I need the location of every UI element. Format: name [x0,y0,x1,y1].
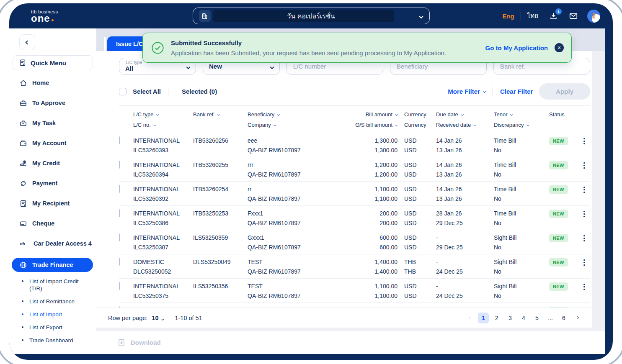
sort-chevron-icon[interactable] [277,113,280,116]
sidebar-collapse-button[interactable] [19,34,35,50]
sidebar: Quick Menu Home To Approve My Task My Ac… [9,28,96,354]
download-file-icon [117,338,126,347]
download-button[interactable]: Download [117,338,161,347]
actions-row: Select All Selected (0) More Filter Clea… [96,81,592,105]
column-header-due-date[interactable]: Due dateReceived date [436,111,494,128]
row-checkbox[interactable] [119,185,120,193]
page-button-6[interactable]: 6 [558,313,569,323]
download-badge: 1 [555,8,562,15]
sort-chevron-icon[interactable] [217,113,220,116]
payment-transfer-icon [19,179,27,187]
download-label: Download [131,339,161,346]
sort-chevron-icon[interactable] [395,123,398,126]
sidebar-subitem-list-of-export[interactable]: List of Export [9,324,90,331]
column-header-l-c-type[interactable]: L/C typeL/C no. [133,111,193,128]
column-header-beneficiary[interactable]: BeneficiaryCompany [248,111,353,128]
divider [493,87,493,96]
sort-chevron-icon[interactable] [510,113,513,116]
sidebar-item-payment[interactable]: Payment [9,177,96,189]
table-body: INTERNATIONALILC53260393 ITB53260256 eee… [119,133,590,308]
sidebar-item-trade-finance[interactable]: Trade Finance [12,258,93,272]
row-menu-button[interactable] [579,259,589,266]
row-checkbox[interactable] [119,233,120,241]
table-row: INTERNATIONALILC53250375 ILS53250356 TES… [119,279,590,303]
sort-chevron-icon[interactable] [526,123,529,126]
row-checkbox[interactable] [119,161,120,169]
inbox-mail-button[interactable] [569,11,578,21]
download-bar: Download [96,331,605,354]
ttb-logo-icon: ttb [19,240,28,248]
row-menu-button[interactable] [579,211,589,218]
sidebar-subitem-list-of-import-credit-t-r-[interactable]: List of Import Credit (T/R) [9,278,90,292]
chevron-left-icon [25,40,29,44]
sort-chevron-icon[interactable] [153,123,156,126]
language-eng-button[interactable]: Eng [502,13,514,20]
sort-chevron-icon[interactable] [395,113,398,116]
row-checkbox[interactable] [119,282,120,290]
row-checkbox[interactable] [119,209,120,217]
sidebar-item-my-task[interactable]: My Task [9,117,96,129]
app-body: Quick Menu Home To Approve My Task My Ac… [9,28,605,354]
sidebar-item-to-approve[interactable]: To Approve [9,97,96,109]
language-thai-button[interactable]: ไทย [527,11,538,21]
row-menu-button[interactable] [579,162,589,169]
sort-chevron-icon[interactable] [156,113,159,116]
sort-chevron-icon[interactable] [461,113,464,116]
rows-per-page-label: Row per page: [108,315,147,321]
table-row: INTERNATIONALILC53260393 ITB53260256 eee… [119,133,590,157]
table-row: INTERNATIONALILC53260394 ITB53260255 rrr… [119,157,590,182]
row-checkbox[interactable] [119,258,120,266]
row-checkbox[interactable] [119,136,120,144]
status-badge: NEW [549,282,568,291]
column-header-tenor[interactable]: TenorDiscrepancy [494,111,549,128]
credit-coin-icon [19,159,27,167]
toast-close-button[interactable]: ✕ [555,43,564,52]
sidebar-subitem-list-of-remittance[interactable]: List of Remittance [9,298,90,305]
clear-filter-button[interactable]: Clear Filter [500,88,533,95]
apply-button[interactable]: Apply [539,83,590,100]
select-all-checkbox[interactable] [119,88,126,95]
table-row: INTERNATIONALILC53260392 ITB53260254 rrQ… [119,182,590,206]
sidebar-item-car-dealer-access-4[interactable]: ttb Car Dealer Access 4 [9,238,96,249]
wallet-icon [19,139,27,147]
sidebar-subitem-trade-dashboard[interactable]: Trade Dashboard [9,337,90,344]
column-header-bank-ref-[interactable]: Bank ref. [193,111,248,122]
page-button-2[interactable]: 2 [491,313,502,323]
row-menu-button[interactable] [579,138,589,145]
sort-chevron-icon[interactable] [274,123,276,126]
chevron-down-icon[interactable] [162,314,164,322]
row-menu-button[interactable] [579,187,589,193]
profile-avatar[interactable]: 1 [587,10,600,23]
page-button-4[interactable]: 4 [518,313,529,323]
top-navbar: ttb business one วัน คอเปอร์เรชั่น Eng [9,3,613,28]
next-page-button[interactable] [572,313,583,323]
go-to-my-application-link[interactable]: Go to My Application [485,44,548,51]
table-row: INTERNATIONAL ITB53250234 testt 400.00 U… [119,303,590,308]
table-row: INTERNATIONALILC53250387 ILS53250359 Gxx… [119,230,590,254]
row-menu-button[interactable] [579,284,589,290]
page-button-1[interactable]: 1 [478,313,489,323]
sidebar-item-my-recipient[interactable]: My Recipient [9,197,96,209]
sidebar-subitem-list-of-import[interactable]: List of Import [9,311,90,318]
sort-chevron-icon[interactable] [473,123,476,126]
download-center-button[interactable]: 1 [549,12,558,21]
lc-type-value: All [125,65,133,72]
sidebar-item-cheque[interactable]: Cheque [9,218,96,229]
status-badge: NEW [549,185,568,194]
sidebar-item-my-credit[interactable]: My Credit [9,157,96,169]
more-filter-button[interactable]: More Filter [448,88,485,95]
company-selector[interactable]: วัน คอเปอร์เรชั่น [193,8,430,24]
quick-menu-button[interactable]: Quick Menu [13,55,93,70]
sidebar-item-home[interactable]: Home [9,77,96,89]
rows-per-page-value[interactable]: 10 [152,315,158,321]
page-ellipsis: ... [545,313,556,323]
success-toast: Submitted Successfully Application has b… [142,33,572,63]
row-menu-button[interactable] [579,235,589,242]
sidebar-item-my-account[interactable]: My Account [9,137,96,149]
column-header-bill-amount[interactable]: Bill amountO/S bill amount [353,111,404,128]
prev-page-button[interactable] [465,313,475,323]
page-button-5[interactable]: 5 [532,313,542,323]
status-value: New [209,63,222,70]
briefcase-approve-icon [19,99,27,107]
page-button-3[interactable]: 3 [505,313,516,323]
